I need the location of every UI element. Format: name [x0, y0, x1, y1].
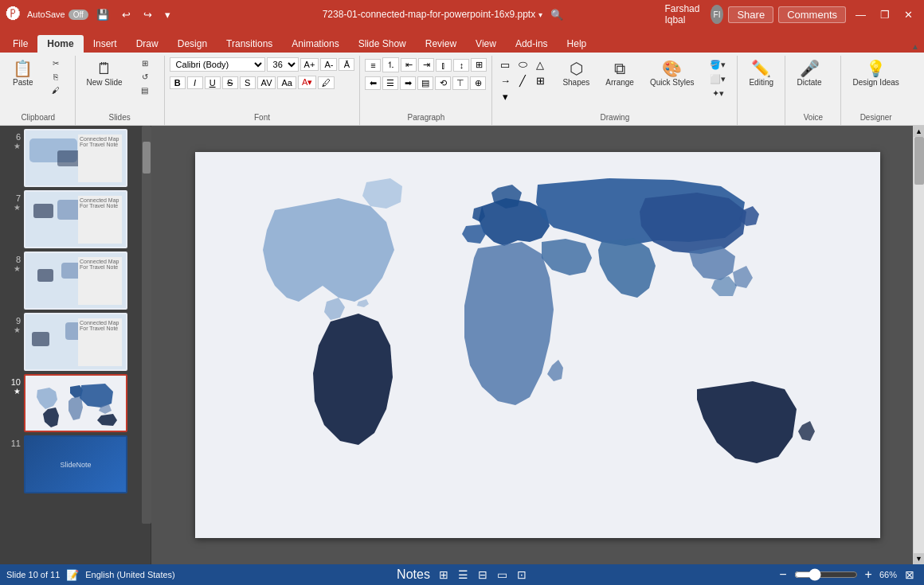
- ribbon-collapse-button[interactable]: ▲: [910, 41, 921, 53]
- smart-art-button[interactable]: ⊞: [471, 58, 487, 72]
- cut-button[interactable]: ✂: [41, 57, 70, 69]
- tab-transitions[interactable]: Transitions: [217, 35, 282, 53]
- shape-fill-button[interactable]: 🪣▾: [703, 59, 732, 71]
- autosave-toggle[interactable]: Off: [69, 10, 88, 20]
- triangle-shape[interactable]: △: [532, 57, 548, 72]
- slide-thumb-10[interactable]: 10 ★: [3, 374, 147, 432]
- tab-help[interactable]: Help: [558, 35, 597, 53]
- share-button[interactable]: Share: [728, 6, 773, 23]
- tab-review[interactable]: Review: [416, 35, 466, 53]
- slide-img-6[interactable]: Connected MapFor Travel Note: [24, 129, 127, 187]
- tab-file[interactable]: File: [3, 35, 37, 53]
- shape-dropdown[interactable]: ▾: [497, 89, 513, 103]
- arrow-shape[interactable]: →: [497, 73, 513, 88]
- slide-thumb-11[interactable]: 11 SlideNote: [3, 435, 147, 493]
- dictate-button[interactable]: 🎤 Dictate: [790, 57, 828, 90]
- slide-sorter-button[interactable]: ⊟: [475, 568, 491, 581]
- text-highlight-button[interactable]: 🖊: [318, 76, 335, 89]
- align-right-button[interactable]: ➡: [400, 76, 416, 90]
- fit-to-window-button[interactable]: ⊠: [902, 568, 918, 581]
- tab-view[interactable]: View: [466, 35, 506, 53]
- comments-button[interactable]: Comments: [778, 6, 846, 23]
- user-avatar[interactable]: FI: [711, 5, 724, 24]
- char-spacing-button[interactable]: AV: [257, 76, 276, 89]
- outline-view-button[interactable]: ☰: [455, 568, 472, 581]
- editing-button[interactable]: ✏️ Editing: [742, 57, 780, 90]
- slide-img-10[interactable]: [24, 374, 127, 432]
- tab-insert[interactable]: Insert: [84, 35, 127, 53]
- increase-font-button[interactable]: A+: [300, 58, 319, 71]
- notes-button[interactable]: Notes: [394, 567, 433, 582]
- shape-outline-button[interactable]: ⬜▾: [703, 73, 732, 85]
- rectangle-shape[interactable]: ▭: [497, 57, 513, 72]
- title-dropdown-icon[interactable]: ▾: [538, 10, 542, 19]
- search-button[interactable]: 🔍: [546, 7, 568, 22]
- layout-button[interactable]: ⊞: [131, 57, 159, 69]
- presenter-view-button[interactable]: ⊡: [514, 568, 530, 581]
- convert-smartart-button[interactable]: ⊕: [470, 76, 486, 90]
- tab-slideshow[interactable]: Slide Show: [349, 35, 416, 53]
- justify-button[interactable]: ▤: [417, 76, 433, 90]
- decrease-indent-button[interactable]: ⇤: [401, 58, 417, 72]
- bullets-button[interactable]: ≡: [365, 59, 381, 72]
- scroll-down-button[interactable]: ▼: [914, 553, 925, 564]
- text-direction-button[interactable]: ⟲: [435, 76, 451, 90]
- decrease-font-button[interactable]: A-: [320, 58, 337, 71]
- tab-home[interactable]: Home: [37, 35, 83, 53]
- line-spacing-button[interactable]: ↕: [453, 59, 469, 72]
- slide-img-8[interactable]: Connected MapFor Travel Note: [24, 252, 127, 310]
- shadow-button[interactable]: S: [240, 76, 256, 89]
- redo-button[interactable]: ↪: [139, 7, 157, 22]
- scroll-up-button[interactable]: ▲: [914, 126, 925, 137]
- change-case-button[interactable]: Aa: [277, 76, 296, 89]
- slide-thumb-8[interactable]: 8 ★ Connected MapFor Travel Note: [3, 252, 147, 310]
- section-button[interactable]: ▤: [131, 84, 159, 96]
- normal-view-button[interactable]: ⊞: [436, 568, 452, 581]
- oval-shape[interactable]: ⬭: [515, 57, 531, 72]
- slide-thumb-6[interactable]: 6 ★ Connected MapFor Travel Note: [3, 129, 147, 187]
- align-left-button[interactable]: ⬅: [365, 76, 381, 90]
- restore-button[interactable]: ❐: [875, 7, 895, 22]
- tab-design[interactable]: Design: [168, 35, 217, 53]
- scroll-thumb[interactable]: [914, 137, 924, 185]
- minimize-button[interactable]: —: [851, 7, 871, 22]
- slide-panel-scroll[interactable]: 6 ★ Connected MapFor Travel Note 7 ★: [0, 126, 151, 564]
- shapes-button[interactable]: ⬡ Shapes: [556, 57, 596, 90]
- undo-button[interactable]: ↩: [117, 7, 135, 22]
- strikethrough-button[interactable]: S: [222, 76, 238, 89]
- tab-animations[interactable]: Animations: [282, 35, 348, 53]
- close-button[interactable]: ✕: [899, 7, 918, 22]
- more-shapes[interactable]: ⊞: [532, 73, 548, 88]
- align-center-button[interactable]: ☰: [382, 76, 398, 90]
- format-painter-button[interactable]: 🖌: [41, 84, 70, 96]
- slide-img-7[interactable]: Connected MapFor Travel Note: [24, 190, 127, 248]
- zoom-slider[interactable]: [794, 568, 858, 581]
- save-button[interactable]: 💾: [92, 7, 114, 22]
- arrange-button[interactable]: ⧉ Arrange: [599, 57, 640, 90]
- columns-button[interactable]: ⫿: [436, 59, 452, 72]
- slide-thumb-9[interactable]: 9 ★ Connected MapFor Travel Note: [3, 313, 147, 371]
- reading-view-button[interactable]: ▭: [494, 568, 511, 581]
- quick-styles-button[interactable]: 🎨 Quick Styles: [644, 57, 701, 90]
- slide-img-11[interactable]: SlideNote: [24, 435, 127, 493]
- align-text-button[interactable]: ⊤: [452, 76, 468, 90]
- vertical-scrollbar[interactable]: ▲ ▼: [913, 126, 924, 564]
- underline-button[interactable]: U: [205, 76, 221, 89]
- tab-draw[interactable]: Draw: [127, 35, 168, 53]
- paste-button[interactable]: 📋 Paste: [6, 57, 40, 90]
- zoom-in-button[interactable]: +: [863, 567, 875, 582]
- shape-effects-button[interactable]: ✦▾: [703, 88, 732, 99]
- tab-addins[interactable]: Add-ins: [506, 35, 558, 53]
- copy-button[interactable]: ⎘: [41, 71, 70, 83]
- zoom-out-button[interactable]: −: [777, 567, 789, 582]
- italic-button[interactable]: I: [187, 76, 203, 89]
- slide-img-9[interactable]: Connected MapFor Travel Note: [24, 313, 127, 371]
- increase-indent-button[interactable]: ⇥: [418, 58, 434, 72]
- font-family-select[interactable]: Calibri (Body): [170, 57, 265, 72]
- bold-button[interactable]: B: [170, 76, 186, 89]
- design-ideas-button[interactable]: 💡 Design Ideas: [846, 57, 905, 90]
- customize-button[interactable]: ▾: [160, 7, 175, 22]
- new-slide-button[interactable]: 🗒 New Slide: [80, 57, 129, 90]
- reset-button[interactable]: ↺: [131, 71, 159, 83]
- font-size-select[interactable]: 36: [267, 57, 299, 72]
